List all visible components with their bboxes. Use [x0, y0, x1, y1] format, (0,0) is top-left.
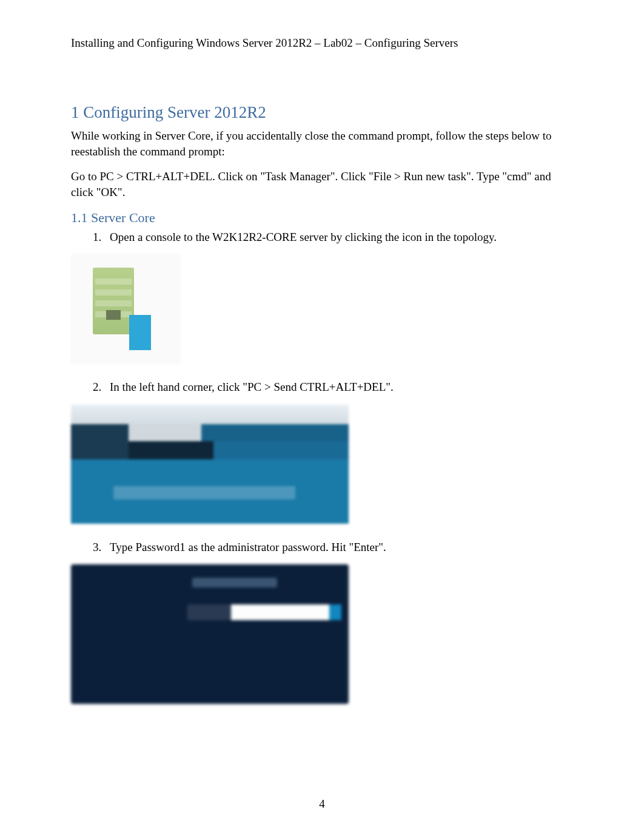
step-1: 1. Open a console to the W2K12R2-CORE se… — [93, 229, 573, 245]
figure-ctrl-alt-del-screen — [71, 405, 349, 524]
section-1-intro-2: Go to PC > CTRL+ALT+DEL. Click on "Task … — [71, 169, 573, 200]
step-3: 3. Type Password1 as the administrator p… — [93, 539, 573, 555]
section-1-intro-1: While working in Server Core, if you acc… — [71, 128, 573, 159]
section-1-title: Configuring Server 2012R2 — [83, 103, 266, 121]
step-2: 2. In the left hand corner, click "PC > … — [93, 379, 573, 395]
section-1-1-number: 1.1 — [71, 210, 88, 225]
page-number: 4 — [0, 797, 644, 811]
section-1-heading: 1 Configuring Server 2012R2 — [71, 103, 573, 122]
step-3-text: Type Password1 as the administrator pass… — [110, 539, 386, 555]
document-header: Installing and Configuring Windows Serve… — [71, 36, 573, 50]
step-2-number: 2. — [93, 379, 110, 395]
step-1-number: 1. — [93, 229, 110, 245]
step-1-text: Open a console to the W2K12R2-CORE serve… — [110, 229, 497, 245]
figure-password-login-screen — [71, 564, 349, 704]
section-1-1-title: Server Core — [91, 210, 155, 225]
step-2-text: In the left hand corner, click "PC > Sen… — [110, 379, 394, 395]
section-1-1-heading: 1.1 Server Core — [71, 210, 573, 226]
section-1-number: 1 — [71, 103, 79, 121]
step-3-number: 3. — [93, 539, 110, 555]
figure-topology-icon — [71, 254, 180, 363]
